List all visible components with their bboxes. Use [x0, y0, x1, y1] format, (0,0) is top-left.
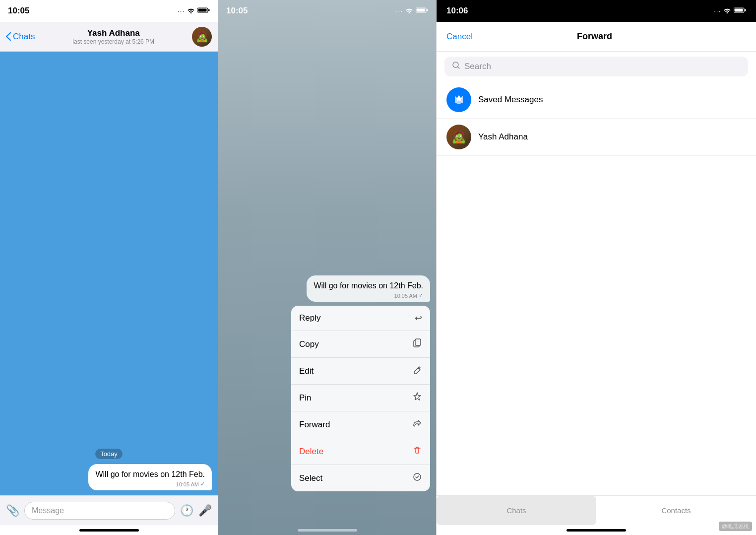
- list-item-yash-adhana[interactable]: 🧟 Yash Adhana: [437, 119, 756, 156]
- contact-name: Yash Adhana: [35, 28, 192, 38]
- nav-title-block: Yash Adhana last seen yesterday at 5:26 …: [35, 28, 192, 45]
- contact-avatar[interactable]: 🧟: [192, 27, 212, 47]
- saved-messages-label: Saved Messages: [478, 95, 543, 105]
- tab-chats-label: Chats: [506, 506, 526, 515]
- svg-rect-1: [198, 9, 207, 12]
- tab-contacts[interactable]: Contacts: [596, 496, 756, 525]
- battery-icon-2: [416, 6, 428, 15]
- context-menu-forward[interactable]: Forward: [291, 411, 430, 438]
- forward-title: Forward: [577, 31, 612, 42]
- back-button[interactable]: Chats: [6, 32, 35, 42]
- message-input[interactable]: Message: [24, 502, 175, 520]
- home-indicator-2: [218, 525, 436, 535]
- message-placeholder: Message: [32, 506, 64, 515]
- p2-message-meta: 10:05 AM ✓: [314, 292, 423, 299]
- select-icon: [412, 472, 422, 484]
- copy-label: Copy: [299, 339, 319, 349]
- message-text: Will go for movies on 12th Feb.: [95, 469, 205, 480]
- delete-icon: [412, 445, 422, 458]
- status-icons-2: ···: [396, 6, 428, 15]
- yash-avatar: 🧟: [446, 125, 471, 149]
- context-menu: Reply ↩ Copy Edit: [291, 306, 430, 491]
- watermark: @地瓜说机: [719, 522, 752, 531]
- avatar-image: 🧟: [192, 27, 212, 47]
- status-icons-3: ···: [714, 6, 746, 15]
- wifi-icon-2: [405, 6, 413, 15]
- pin-label: Pin: [299, 393, 312, 403]
- home-bar-2: [298, 529, 357, 532]
- p2-input-bar: [218, 495, 436, 525]
- status-time-1: 10:05: [8, 6, 29, 16]
- back-label: Chats: [13, 32, 35, 42]
- pin-icon: [412, 392, 422, 404]
- read-checkmark: ✓: [200, 481, 205, 487]
- date-badge: Today: [95, 449, 123, 459]
- reply-icon: ↩: [415, 313, 422, 324]
- svg-rect-10: [735, 9, 743, 12]
- attach-icon[interactable]: 📎: [6, 504, 19, 517]
- message-meta: 10:05 AM ✓: [95, 481, 205, 487]
- message-bubble: Will go for movies on 12th Feb. 10:05 AM…: [88, 464, 212, 490]
- message-time: 10:05 AM: [176, 481, 199, 487]
- copy-icon: [412, 338, 422, 350]
- edit-label: Edit: [299, 366, 314, 376]
- context-menu-pin[interactable]: Pin: [291, 385, 430, 411]
- forward-label: Forward: [299, 420, 330, 430]
- signal-icon: ···: [178, 7, 185, 15]
- home-indicator-3: [437, 525, 756, 535]
- list-item-saved-messages[interactable]: Saved Messages: [437, 81, 756, 119]
- select-label: Select: [299, 473, 322, 483]
- svg-rect-7: [415, 339, 421, 345]
- p2-chat-area: Will go for movies on 12th Feb. 10:05 AM…: [218, 22, 436, 495]
- reply-label: Reply: [299, 313, 320, 323]
- mic-icon[interactable]: 🎤: [198, 504, 212, 517]
- edit-icon: [412, 365, 422, 377]
- p2-read-checkmark: ✓: [419, 292, 423, 299]
- forward-icon: [412, 418, 422, 431]
- nav-bar-1: Chats Yash Adhana last seen yesterday at…: [0, 22, 218, 52]
- cancel-button[interactable]: Cancel: [446, 32, 473, 42]
- panel-forward: 10:06 ··· Cancel Forward Search: [437, 0, 756, 535]
- status-bar-3: 10:06 ···: [437, 0, 756, 22]
- panel-chat: 10:05 ··· Chats Yash Adhana last seen ye…: [0, 0, 218, 535]
- context-menu-edit[interactable]: Edit: [291, 358, 430, 385]
- clock-icon[interactable]: 🕐: [180, 504, 193, 517]
- delete-label: Delete: [299, 447, 323, 457]
- tab-chats[interactable]: Chats: [437, 496, 596, 525]
- input-bar-1: 📎 Message 🕐 🎤: [0, 495, 218, 525]
- bottom-tabs: Chats Contacts: [437, 495, 756, 525]
- home-bar-3: [567, 529, 626, 532]
- yash-adhana-label: Yash Adhana: [478, 132, 528, 142]
- p2-message-time: 10:05 AM: [394, 293, 417, 299]
- status-time-2: 10:05: [226, 6, 248, 16]
- svg-point-12: [453, 62, 458, 67]
- svg-rect-2: [208, 9, 210, 11]
- signal-icon-2: ···: [396, 7, 403, 15]
- panel-context-menu: 10:05 ··· Will go for movies on 12th Feb…: [218, 0, 437, 535]
- context-message-bubble: Will go for movies on 12th Feb. 10:05 AM…: [307, 275, 430, 302]
- battery-icon: [197, 6, 210, 15]
- wifi-icon: [187, 6, 195, 15]
- contacts-list: Saved Messages 🧟 Yash Adhana: [437, 81, 756, 495]
- search-input-container[interactable]: Search: [444, 57, 748, 76]
- search-placeholder: Search: [464, 62, 491, 71]
- home-indicator-1: [0, 525, 218, 535]
- search-bar: Search: [437, 52, 756, 81]
- battery-icon-3: [734, 6, 746, 15]
- wifi-icon-3: [723, 6, 731, 15]
- saved-messages-avatar: [446, 87, 471, 112]
- svg-rect-4: [417, 9, 425, 12]
- p3-nav-bar: Cancel Forward: [437, 22, 756, 52]
- context-menu-copy[interactable]: Copy: [291, 331, 430, 358]
- status-bar-2: 10:05 ···: [218, 0, 436, 22]
- context-menu-reply[interactable]: Reply ↩: [291, 306, 430, 331]
- tab-contacts-label: Contacts: [661, 506, 691, 515]
- search-icon: [452, 62, 460, 71]
- context-menu-delete[interactable]: Delete: [291, 438, 430, 465]
- p2-message-text: Will go for movies on 12th Feb.: [314, 280, 423, 291]
- svg-rect-5: [427, 9, 428, 11]
- signal-icon-3: ···: [714, 7, 721, 15]
- svg-rect-11: [745, 9, 746, 11]
- context-menu-select[interactable]: Select: [291, 465, 430, 491]
- chat-area-1: Today Will go for movies on 12th Feb. 10…: [0, 52, 218, 495]
